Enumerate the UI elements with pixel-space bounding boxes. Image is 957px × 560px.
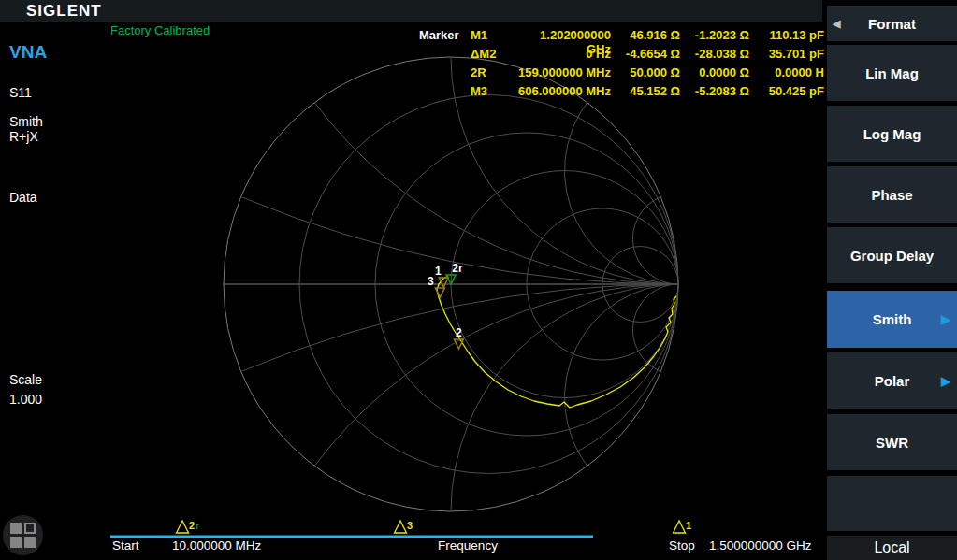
channel-label: S11 [9, 85, 32, 100]
svg-text:2: 2 [456, 326, 462, 339]
svg-text:1: 1 [435, 265, 442, 278]
menu-item-label: Smith [873, 311, 912, 327]
marker-reactance: -28.038 Ω [682, 47, 749, 65]
softkey-menu: ◀ Format Lin Mag Log Mag Phase Group Del… [827, 0, 957, 560]
marker-capacitance: 110.13 pF [751, 28, 824, 47]
marker-capacitance: 50.425 pF [751, 84, 824, 103]
title-bar [0, 0, 822, 22]
stop-frequency-value: 1.500000000 GHz [709, 538, 812, 553]
calibration-status: Factory Calibrated [110, 23, 210, 37]
marker-freq: 159.000000 MHz [514, 65, 611, 84]
menu-item-swr[interactable]: SWR [827, 414, 957, 470]
trace-type-label: Data [9, 190, 37, 205]
menu-item-lin-mag[interactable]: Lin Mag [827, 45, 957, 101]
grid-square [10, 537, 22, 548]
menu-item-phase[interactable]: Phase [827, 166, 957, 223]
grid-square [10, 523, 22, 534]
marker-freq: 1.202000000 GHz [514, 28, 611, 47]
back-arrow-icon: ◀ [833, 18, 840, 30]
menu-item-polar[interactable]: Polar ▶ [827, 352, 957, 409]
marker-name: M1 [471, 28, 512, 47]
marker-freq: 0 Hz [514, 47, 611, 65]
svg-text:r: r [196, 522, 199, 531]
marker-name: M3 [471, 84, 512, 103]
local-button-label: Local [874, 539, 909, 556]
grid-square-outline [24, 523, 36, 534]
menu-item-group-delay[interactable]: Group Delay [827, 227, 957, 283]
stop-label: Stop [669, 538, 695, 553]
submenu-arrow-icon: ▶ [941, 374, 950, 388]
svg-text:2: 2 [189, 520, 195, 531]
menu-item-log-mag[interactable]: Log Mag [827, 106, 957, 162]
app-title: VNA [9, 42, 47, 63]
menu-item-blank[interactable] [827, 476, 957, 531]
start-frequency-value: 10.000000 MHz [172, 538, 261, 553]
scale-label: Scale [9, 372, 42, 387]
menu-item-smith-active[interactable]: Smith ▶ [827, 291, 957, 348]
marker-name: 2R [471, 65, 512, 84]
grid-square [24, 537, 36, 548]
window-grid-icon[interactable] [3, 515, 43, 555]
scale-value: 1.000 [9, 392, 42, 407]
frequency-axis-label: Frequency [402, 538, 533, 553]
marker-table: M1 1.202000000 GHz 46.916 Ω -1.2023 Ω 11… [471, 28, 824, 103]
marker-reactance: -5.2083 Ω [682, 84, 749, 103]
local-button[interactable]: Local [827, 536, 957, 560]
marker-reactance: 0.0000 Ω [682, 65, 749, 84]
marker-resistance: 45.152 Ω [613, 84, 680, 103]
marker-resistance: 50.000 Ω [613, 65, 680, 84]
menu-item-label: Log Mag [863, 126, 921, 142]
siglent-logo: SIGLENT [26, 2, 102, 21]
svg-text:2r: 2r [452, 262, 463, 275]
svg-text:3: 3 [428, 275, 434, 288]
submenu-arrow-icon: ▶ [941, 312, 950, 326]
svg-text:1: 1 [686, 520, 691, 531]
svg-text:3: 3 [407, 520, 413, 531]
menu-item-label: Polar [875, 373, 910, 389]
marker-resistance: -4.6654 Ω [613, 47, 680, 65]
start-label: Start [112, 538, 139, 553]
menu-item-label: Phase [871, 187, 912, 203]
marker-table-caption: Marker [419, 28, 468, 42]
marker-freq: 606.000000 MHz [514, 84, 611, 103]
menu-item-label: Group Delay [850, 248, 934, 264]
format-readout: Smith R+jX [9, 114, 43, 144]
marker-reactance: -1.2023 Ω [682, 28, 749, 47]
menu-header-format[interactable]: ◀ Format [827, 6, 957, 41]
menu-item-label: SWR [876, 435, 908, 451]
marker-inductance: 0.0000 H [751, 65, 824, 84]
marker-name: ΔM2 [471, 47, 512, 65]
marker-capacitance: 35.701 pF [751, 47, 824, 65]
marker-resistance: 46.916 Ω [613, 28, 680, 47]
menu-title-label: Format [868, 16, 916, 32]
menu-item-label: Lin Mag [865, 65, 919, 81]
